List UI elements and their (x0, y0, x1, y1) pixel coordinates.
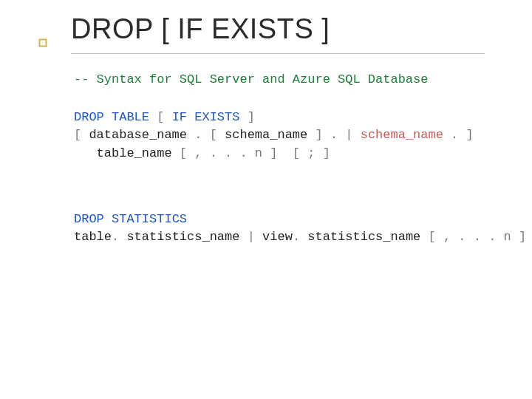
title-underline (71, 53, 485, 54)
comment-line: -- Syntax for SQL Server and Azure SQL D… (74, 71, 488, 89)
drop-table-line-1: DROP TABLE [ IF EXISTS ] (74, 109, 488, 127)
slide: DROP [ IF EXISTS ] -- Syntax for SQL Ser… (0, 0, 532, 399)
drop-table-line-3: table_name [ , . . . n ] [ ; ] (74, 145, 488, 163)
drop-stats-line-2: table. statistics_name | view. statistic… (74, 228, 488, 247)
slide-body: -- Syntax for SQL Server and Azure SQL D… (74, 71, 488, 247)
drop-table-line-2: [ database_name . [ schema_name ] . | sc… (74, 126, 488, 145)
svg-rect-0 (40, 40, 47, 47)
bullet-icon (38, 38, 47, 47)
drop-stats-line-1: DROP STATISTICS (74, 211, 488, 229)
page-title: DROP [ IF EXISTS ] (71, 13, 330, 45)
